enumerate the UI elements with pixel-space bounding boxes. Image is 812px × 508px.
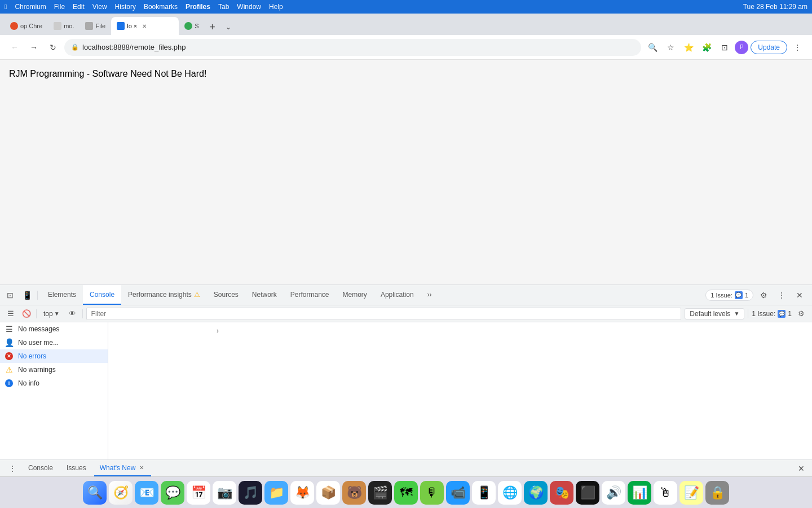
dock-mouse[interactable]: 🖱 [654, 481, 677, 505]
levels-selector[interactable]: Default levels ▼ [685, 308, 744, 319]
dock-iphone[interactable]: 📱 [472, 481, 496, 505]
tabbar: op Chre mo. File lo × ✕ S + ⌄ [0, 14, 812, 35]
tab-close-button[interactable]: ✕ [140, 22, 148, 30]
issue-badge[interactable]: 1 Issue: 💬 1 [705, 290, 753, 301]
menubar-help[interactable]: Help [269, 3, 283, 11]
chrome-tab-3[interactable]: File [80, 17, 111, 35]
menubar-file[interactable]: File [54, 3, 65, 11]
menu-button[interactable]: ⋮ [789, 40, 805, 55]
sidebar-item-warnings[interactable]: ⚠ No warnings [0, 363, 108, 376]
dock-notes[interactable]: 📝 [679, 481, 703, 505]
split-button[interactable]: ⊡ [717, 40, 732, 55]
dock-podcast[interactable]: 🎙 [420, 481, 444, 505]
bottombar-more-button[interactable]: ⋮ [5, 461, 20, 476]
dock-mail[interactable]: 📧 [135, 481, 158, 505]
errors-label: No errors [18, 352, 46, 360]
context-label: top [43, 310, 53, 318]
filter-input[interactable] [86, 308, 682, 320]
tab-performance-insights[interactable]: Performance insights ⚠ [121, 285, 207, 305]
tab-favicon-3 [85, 22, 93, 30]
dock-music[interactable]: 🎵 [239, 481, 262, 505]
dock-chrome[interactable]: 🌐 [498, 481, 522, 505]
devtools-inspect-button[interactable]: ⊡ [2, 287, 18, 303]
page-content: RJM Programming - Software Need Not Be H… [0, 60, 812, 284]
warnings-icon: ⚠ [5, 365, 14, 374]
tab-overflow-button[interactable]: ⌄ [220, 19, 236, 35]
tab-performance[interactable]: Performance [284, 285, 336, 305]
tab-memory[interactable]: Memory [336, 285, 374, 305]
extension-button[interactable]: 🧩 [699, 40, 714, 55]
tab-network[interactable]: Network [245, 285, 284, 305]
dock-app-19[interactable]: 🎭 [550, 481, 573, 505]
menubar-tab[interactable]: Tab [218, 3, 229, 11]
sidebar-item-messages[interactable]: ☰ No messages [0, 322, 108, 336]
console-sidebar-toggle[interactable]: ☰ [5, 308, 17, 320]
address-bar[interactable]: 🔒 localhost:8888/remote_files.php [64, 39, 641, 56]
devtools-more-button[interactable]: ⋮ [774, 287, 789, 303]
bottombar-close-button[interactable]: ✕ [795, 462, 807, 475]
dock-firefox[interactable]: 🦊 [290, 481, 314, 505]
dock-terminal[interactable]: ⬛ [576, 481, 599, 505]
dock-calendar[interactable]: 📅 [187, 481, 210, 505]
issue-indicator[interactable]: 1 Issue: 💬 1 [752, 310, 792, 318]
profile-avatar[interactable]: P [735, 41, 748, 54]
dock-sheets[interactable]: 📊 [628, 481, 651, 505]
dock-messages[interactable]: 💬 [161, 481, 184, 505]
sidebar-item-info[interactable]: i No info [0, 376, 108, 390]
dock-filezilla[interactable]: 📦 [316, 481, 340, 505]
whats-new-close-button[interactable]: ✕ [138, 464, 145, 472]
tab-more[interactable]: ›› [421, 285, 439, 305]
chrome-tab-active[interactable]: lo × ✕ [111, 17, 179, 35]
devtools-close-button[interactable]: ✕ [792, 287, 807, 303]
dock-sound[interactable]: 🔊 [602, 481, 625, 505]
dock-maps[interactable]: 🗺 [394, 481, 418, 505]
new-tab-button[interactable]: + [205, 19, 220, 35]
devtools-settings-button[interactable]: ⚙ [756, 287, 771, 303]
dock-video[interactable]: 🎬 [368, 481, 392, 505]
menubar-window[interactable]: Window [237, 3, 261, 11]
context-selector[interactable]: top ▼ [40, 309, 63, 319]
dock-lock[interactable]: 🔒 [705, 481, 729, 505]
console-settings-button[interactable]: ⚙ [795, 308, 807, 320]
menubar-history[interactable]: History [115, 3, 136, 11]
console-clear-button[interactable]: 🚫 [20, 308, 33, 320]
console-main: › [108, 322, 812, 459]
reload-button[interactable]: ↻ [45, 40, 61, 55]
forward-button[interactable]: → [26, 40, 42, 55]
dock-zoom[interactable]: 📹 [446, 481, 470, 505]
tab-elements[interactable]: Elements [41, 285, 83, 305]
chrome-tab-2[interactable]: mo. [48, 17, 80, 35]
dock-files[interactable]: 📁 [264, 481, 288, 505]
messages-label: No messages [18, 325, 59, 333]
bookmark-button[interactable]: ☆ [663, 40, 678, 55]
menubar-view[interactable]: View [92, 3, 107, 11]
apple-menu-icon[interactable]:  [5, 3, 7, 11]
chrome-tab-1[interactable]: op Chre [5, 17, 48, 35]
issue-badge-label: 1 Issue: [710, 292, 732, 299]
devtools-device-button[interactable]: 📱 [19, 287, 35, 303]
dock-safari[interactable]: 🧭 [109, 481, 133, 505]
sidebar-item-errors[interactable]: ✕ No errors [0, 349, 108, 363]
sidebar-expand-arrow[interactable]: › [217, 327, 219, 335]
menubar-bookmarks[interactable]: Bookmarks [144, 3, 178, 11]
bottom-tab-whats-new[interactable]: What's New ✕ [94, 460, 152, 476]
back-button[interactable]: ← [7, 40, 23, 55]
sidebar-item-user-messages[interactable]: 👤 No user me... [0, 336, 108, 349]
dock-photos[interactable]: 📷 [213, 481, 236, 505]
dock-bear[interactable]: 🐻 [342, 481, 366, 505]
tab-sources[interactable]: Sources [207, 285, 245, 305]
zoom-button[interactable]: 🔍 [645, 40, 660, 55]
menubar-chromium[interactable]: Chromium [15, 3, 46, 11]
bottom-tab-issues[interactable]: Issues [61, 460, 92, 476]
update-button[interactable]: Update [751, 41, 787, 54]
tab-application[interactable]: Application [374, 285, 421, 305]
dock-finder[interactable]: 🔍 [83, 481, 107, 505]
console-eye-button[interactable]: 👁 [67, 308, 79, 320]
menubar-profiles[interactable]: Profiles [186, 3, 210, 11]
star-button[interactable]: ⭐ [681, 40, 696, 55]
dock-globe[interactable]: 🌍 [524, 481, 548, 505]
chrome-tab-5[interactable]: S [179, 17, 204, 35]
tab-console[interactable]: Console [83, 285, 121, 305]
menubar-edit[interactable]: Edit [73, 3, 85, 11]
bottom-tab-console[interactable]: Console [23, 460, 59, 476]
